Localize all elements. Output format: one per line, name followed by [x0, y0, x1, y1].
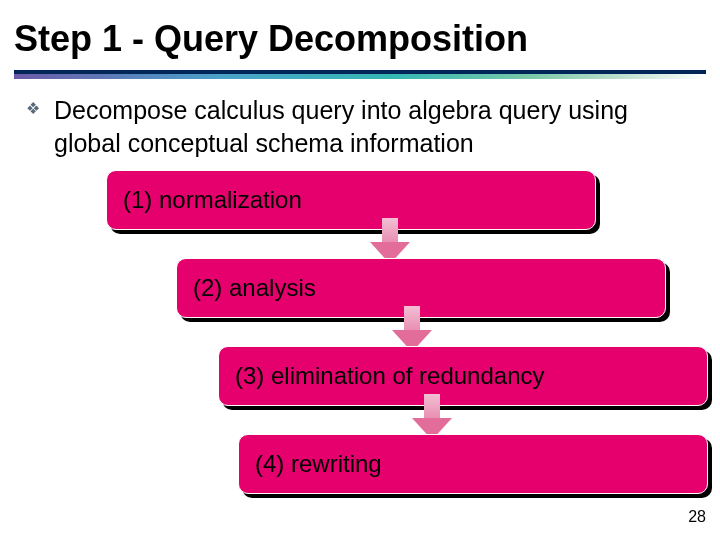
step-stack: (1) normalization (2) analysis (3) elimi…: [0, 170, 720, 540]
bullet-text: Decompose calculus query into algebra qu…: [54, 94, 700, 159]
step-label: (1) normalization: [123, 186, 302, 214]
slide: Step 1 - Query Decomposition ❖ Decompose…: [0, 0, 720, 540]
step-label: (3) elimination of redundancy: [235, 362, 545, 390]
step-box-3: (3) elimination of redundancy: [218, 346, 708, 406]
title-underline: [14, 70, 706, 79]
step-label: (4) rewriting: [255, 450, 382, 478]
bullet-row: ❖ Decompose calculus query into algebra …: [26, 94, 700, 159]
step-label: (2) analysis: [193, 274, 316, 302]
slide-title: Step 1 - Query Decomposition: [14, 18, 528, 60]
step-box-1: (1) normalization: [106, 170, 596, 230]
underline-gradient: [14, 74, 706, 79]
bullet-diamond-icon: ❖: [26, 101, 40, 117]
page-number: 28: [688, 508, 706, 526]
step-box-4: (4) rewriting: [238, 434, 708, 494]
